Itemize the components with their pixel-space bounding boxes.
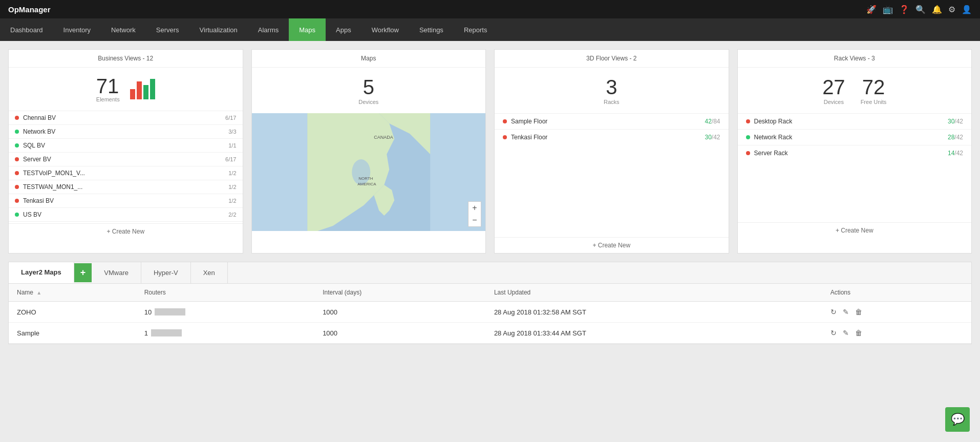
list-item[interactable]: SQL BV 1/1 xyxy=(9,138,243,152)
tv-icon[interactable]: 📺 xyxy=(883,5,893,14)
nav-servers[interactable]: Servers xyxy=(146,18,189,41)
bv-item-name: TESTWAN_MON1_... xyxy=(23,183,228,191)
status-dot xyxy=(15,185,19,189)
zoom-out-button[interactable]: − xyxy=(468,214,481,226)
nav-reports[interactable]: Reports xyxy=(454,18,498,41)
business-views-title: Business Views - 12 xyxy=(9,50,243,68)
zoom-in-button[interactable]: + xyxy=(468,202,481,214)
tab-xen[interactable]: Xen xyxy=(191,262,228,283)
tab-layer2-maps[interactable]: Layer2 Maps xyxy=(9,262,74,283)
nav-apps[interactable]: Apps xyxy=(326,18,361,41)
tab-add-button[interactable]: + xyxy=(74,263,92,282)
zoom-controls: + − xyxy=(468,201,481,227)
list-item[interactable]: Sample Floor 42/84 xyxy=(495,113,729,129)
status-dot xyxy=(503,135,507,139)
list-item[interactable]: Chennai BV 6/17 xyxy=(9,111,243,124)
nav-alarms[interactable]: Alarms xyxy=(248,18,289,41)
gear-icon[interactable]: ⚙ xyxy=(948,5,955,14)
refresh-icon[interactable]: ↻ xyxy=(830,308,837,316)
nav-settings[interactable]: Settings xyxy=(409,18,454,41)
maps-summary: 5 Devices xyxy=(252,68,486,113)
map-visual: CANADA NORTH AMERICA + − xyxy=(252,113,486,231)
svg-text:AMERICA: AMERICA xyxy=(357,182,376,186)
list-item[interactable]: Server Rack 14/42 xyxy=(738,145,972,161)
row-last-updated: 28 Aug 2018 01:32:58 AM SGT xyxy=(486,302,822,323)
row-last-updated: 28 Aug 2018 01:33:44 AM SGT xyxy=(486,323,822,344)
rack-item-name: Server Rack xyxy=(754,150,948,157)
nav-inventory[interactable]: Inventory xyxy=(53,18,101,41)
top-bar-icons: 🚀 📺 ❓ 🔍 🔔 ⚙ 👤 xyxy=(866,5,972,14)
top-bar: OpManager 🚀 📺 ❓ 🔍 🔔 ⚙ 👤 xyxy=(0,0,980,18)
list-item[interactable]: Desktop Rack 30/42 xyxy=(738,113,972,129)
main-content: Business Views - 12 71 Elements Chennai … xyxy=(0,41,980,442)
delete-icon[interactable]: 🗑 xyxy=(855,329,862,337)
floor-create-new[interactable]: + Create New xyxy=(495,237,729,253)
cards-row: Business Views - 12 71 Elements Chennai … xyxy=(8,49,972,254)
maps-card: Maps 5 Devices CANADA NORTH xyxy=(251,49,486,254)
nav-maps[interactable]: Maps xyxy=(289,18,326,41)
svg-text:CANADA: CANADA xyxy=(374,135,393,140)
chat-button[interactable]: 💬 xyxy=(945,407,970,432)
rack-list: Desktop Rack 30/42 Network Rack 28/42 Se… xyxy=(738,113,972,161)
table-row: Sample 1 1000 28 Aug 2018 01:33:44 AM SG… xyxy=(9,323,971,344)
nav-dashboard[interactable]: Dashboard xyxy=(0,18,53,41)
list-item[interactable]: Network Rack 28/42 xyxy=(738,129,972,145)
status-dot xyxy=(746,135,750,139)
tab-vmware[interactable]: VMware xyxy=(92,262,141,283)
status-dot xyxy=(746,119,750,123)
delete-icon[interactable]: 🗑 xyxy=(855,308,862,316)
question-icon[interactable]: ❓ xyxy=(899,5,909,14)
rocket-icon[interactable]: 🚀 xyxy=(866,5,877,14)
bv-item-ratio: 1/2 xyxy=(228,184,236,190)
bv-count-block: 71 Elements xyxy=(96,76,120,102)
nav-network[interactable]: Network xyxy=(101,18,146,41)
list-item[interactable]: Server BV 6/17 xyxy=(9,152,243,166)
col-name[interactable]: Name ▲ xyxy=(9,284,136,302)
edit-icon[interactable]: ✎ xyxy=(843,308,849,316)
business-views-card: Business Views - 12 71 Elements Chennai … xyxy=(8,49,243,254)
list-item[interactable]: TESTVoIP_MON1_V... 1/2 xyxy=(9,166,243,180)
tab-hyperv[interactable]: Hyper-V xyxy=(141,262,191,283)
list-item[interactable]: TESTWAN_MON1_... 1/2 xyxy=(9,180,243,194)
user-icon[interactable]: 👤 xyxy=(962,5,972,14)
search-icon[interactable]: 🔍 xyxy=(915,5,926,14)
row-interval: 1000 xyxy=(314,302,486,323)
list-item[interactable]: Network BV 3/3 xyxy=(9,124,243,138)
rack-views-title: Rack Views - 3 xyxy=(738,50,972,68)
status-dot xyxy=(15,171,19,175)
map-svg: CANADA NORTH AMERICA xyxy=(252,113,486,231)
status-dot xyxy=(15,143,19,148)
rack-free-units-stat: 72 Free Units xyxy=(861,76,887,105)
app-title: OpManager xyxy=(8,5,51,14)
bell-icon[interactable]: 🔔 xyxy=(932,5,942,14)
row-actions: ↻ ✎ 🗑 xyxy=(822,302,971,323)
bv-bar-1 xyxy=(130,89,135,99)
status-dot xyxy=(746,151,750,155)
list-item[interactable]: US BV 2/2 xyxy=(9,207,243,221)
layer2-table: Name ▲ Routers Interval (days) Last Upda… xyxy=(9,284,971,344)
bv-create-new[interactable]: + Create New xyxy=(9,223,243,239)
list-item[interactable]: Tenkasi BV 1/2 xyxy=(9,194,243,207)
bv-bar-3 xyxy=(143,85,148,99)
edit-icon[interactable]: ✎ xyxy=(843,329,849,337)
status-dot xyxy=(15,213,19,217)
floor-views-card: 3D Floor Views - 2 3 Racks Sample Floor … xyxy=(494,49,729,254)
main-nav: Dashboard Inventory Network Servers Virt… xyxy=(0,18,980,41)
nav-workflow[interactable]: Workflow xyxy=(361,18,409,41)
rack-free-units-label: Free Units xyxy=(861,99,887,105)
router-bar-visual xyxy=(155,308,185,315)
floor-item-ratio: 42/84 xyxy=(705,118,720,125)
list-item[interactable]: Tenkasi Floor 30/42 xyxy=(495,129,729,145)
rack-create-new[interactable]: + Create New xyxy=(738,222,972,238)
sort-icon: ▲ xyxy=(36,290,41,296)
maps-title: Maps xyxy=(252,50,486,68)
status-dot xyxy=(503,119,507,123)
refresh-icon[interactable]: ↻ xyxy=(830,329,837,337)
floor-views-title: 3D Floor Views - 2 xyxy=(495,50,729,68)
nav-virtualization[interactable]: Virtualization xyxy=(189,18,248,41)
rack-summary: 27 Devices 72 Free Units xyxy=(738,68,972,113)
rack-item-name: Desktop Rack xyxy=(754,118,948,125)
row-name: ZOHO xyxy=(9,302,136,323)
bv-chart xyxy=(130,79,155,99)
floor-count: 3 xyxy=(503,76,720,99)
